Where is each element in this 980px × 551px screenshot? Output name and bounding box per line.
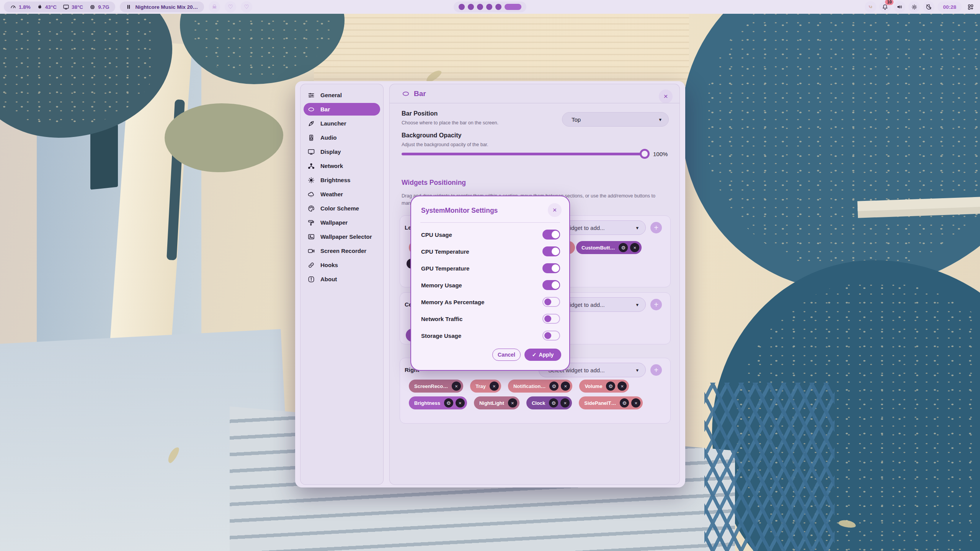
sidebar-item-about[interactable]: About [304,273,380,285]
center-add-widget-button[interactable]: + [650,299,662,310]
heart-quick-button[interactable]: ♡ [225,1,236,13]
gpu-temp-stat[interactable]: 38°C [63,4,83,10]
workspace-dot[interactable] [486,4,492,10]
network-traffic-toggle[interactable] [542,314,560,324]
chevron-down-icon: ▾ [636,225,639,231]
tray-app-button[interactable] [865,1,876,13]
widget-chip-label: Tray [475,383,487,389]
widget-chip-volume[interactable]: Volume ⚙ × [579,380,629,393]
clock-text: 00:28 [943,4,956,10]
volume-button[interactable] [894,1,905,13]
sidebar-item-display[interactable]: Display [304,145,380,158]
plus-icon: + [654,224,658,231]
chevron-down-icon: ▾ [636,302,639,308]
modal-close-button[interactable]: × [548,203,562,217]
right-add-widget-button[interactable]: + [650,364,662,376]
widget-remove-icon[interactable]: × [630,243,639,252]
modal-divider [420,222,560,223]
sidebar-item-wallpaper[interactable]: Wallpaper [304,216,380,229]
sidebar-item-weather[interactable]: Weather [304,188,380,201]
widget-remove-icon[interactable]: × [456,398,465,408]
sidebar-item-color-scheme[interactable]: Color Scheme [304,202,380,215]
media-player-widget[interactable]: Nightcore Music Mix 20… [120,2,204,12]
widget-chip-sidepanel[interactable]: SidePanelT… ⚙ × [579,396,643,409]
chevron-down-icon: ▾ [636,367,639,373]
sidebar-item-label: Screen Recorder [320,248,366,254]
check-icon: ✓ [532,352,537,358]
cpu-temp-stat[interactable]: 43°C [37,4,57,10]
cpu-temperature-toggle[interactable] [542,246,560,256]
widget-chip-nightlight[interactable]: NightLight × [474,396,519,409]
palette-icon [307,205,315,212]
storage-usage-toggle[interactable] [542,331,560,341]
workspace-dot[interactable] [495,4,501,10]
cpu-usage-toggle[interactable] [542,230,560,240]
brightness-button[interactable] [908,1,920,13]
background-opacity-slider-handle[interactable] [640,149,650,159]
left-add-widget-button[interactable]: + [650,222,662,233]
sidebar-item-label: Audio [320,134,337,141]
sidebar-item-wallpaper-selector[interactable]: Wallpaper Selector [304,230,380,243]
widget-settings-gear-icon[interactable]: ⚙ [549,398,558,408]
sidebar-item-audio[interactable]: Audio [304,131,380,144]
bar-position-dropdown[interactable]: Top ▾ [562,112,669,127]
widget-chip-notification[interactable]: Notification… ⚙ × [508,380,573,393]
clock-widget[interactable]: 00:28 [938,2,962,12]
widget-remove-icon[interactable]: × [631,398,640,408]
panel-header: Bar [402,90,426,98]
cancel-button[interactable]: Cancel [492,349,521,361]
widget-settings-gear-icon[interactable]: ⚙ [444,398,453,408]
workspace-dot[interactable] [477,4,483,10]
widget-settings-gear-icon[interactable]: ⚙ [619,243,628,252]
memory-usage-toggle[interactable] [542,280,560,290]
notifications-button[interactable]: 10 [879,1,891,13]
widget-remove-icon[interactable]: × [560,398,570,408]
heart-quick-button[interactable]: ♡ [241,1,252,13]
widget-chip-brightness[interactable]: Brightness ⚙ × [409,396,467,409]
sidebar-item-label: Color Scheme [320,205,359,212]
background-opacity-slider[interactable] [402,153,648,155]
bar-position-label: Bar Position [402,110,438,117]
sidebar-item-hooks[interactable]: Hooks [304,259,380,271]
widget-remove-icon[interactable]: × [508,398,517,408]
app-launcher-button[interactable] [965,1,976,13]
sidebar-item-screen-recorder[interactable]: Screen Recorder [304,245,380,257]
widget-remove-icon[interactable]: × [561,381,570,391]
widget-remove-icon[interactable]: × [617,381,627,391]
apply-button[interactable]: ✓Apply [524,349,561,361]
widget-chip-tray[interactable]: Tray × [470,380,501,393]
gpu-temperature-toggle[interactable] [542,263,560,273]
sidebar-item-label: Bar [320,106,330,112]
close-icon: × [663,92,668,101]
widget-chip-label: NightLight [479,400,506,406]
widget-remove-icon[interactable]: × [452,381,461,391]
cancel-label: Cancel [498,352,515,358]
skull-quick-button[interactable]: ☠ [209,1,220,13]
widget-chip-custombutton[interactable]: CustomButt… ⚙ × [576,241,642,254]
widget-chip-label: Clock [532,400,547,406]
memory-as-percentage-toggle[interactable] [542,297,560,307]
sidebar-item-general[interactable]: General [304,89,380,101]
workspace-active-pill[interactable] [505,4,521,10]
sidebar-item-network[interactable]: Network [304,160,380,172]
workspace-dot[interactable] [468,4,474,10]
widget-settings-gear-icon[interactable]: ⚙ [620,398,629,408]
widget-remove-icon[interactable]: × [490,381,499,391]
widget-settings-gear-icon[interactable]: ⚙ [549,381,559,391]
workspace-dot[interactable] [459,4,465,10]
apply-label: Apply [539,352,554,358]
toggle-knob [552,231,559,238]
settings-close-button[interactable]: × [659,90,673,103]
widget-chip-screenrecorder[interactable]: ScreenReco… × [409,380,463,393]
cpu-usage-stat[interactable]: 1.8% [10,4,31,10]
network-icon [307,162,315,170]
widget-chip-clock[interactable]: Clock ⚙ × [526,396,572,409]
night-light-button[interactable] [923,1,934,13]
sidebar-item-brightness[interactable]: Brightness [304,174,380,186]
sidebar-item-launcher[interactable]: Launcher [304,117,380,130]
toggle-row-storage-usage: Storage Usage [421,327,560,344]
widget-settings-gear-icon[interactable]: ⚙ [606,381,615,391]
memory-stat[interactable]: 9.7G [89,4,109,10]
skull-icon: ☠ [212,3,217,10]
sidebar-item-bar[interactable]: Bar [304,103,380,116]
